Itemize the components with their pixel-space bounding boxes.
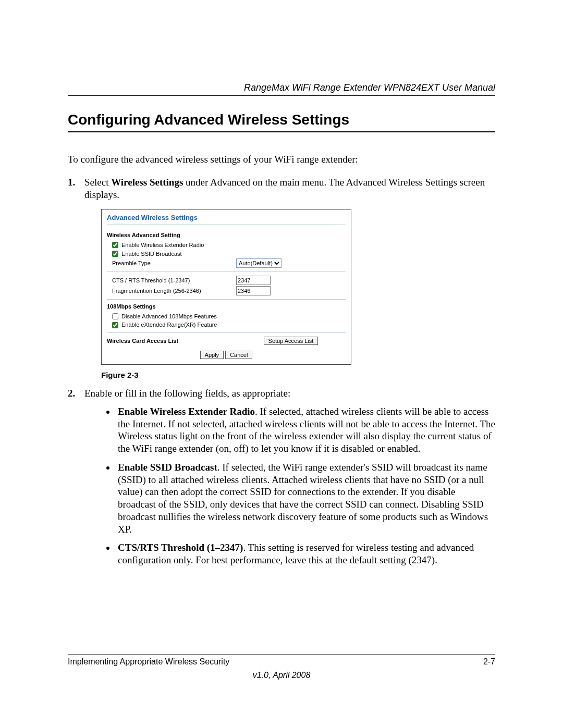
steps-list: Select Wireless Settings under Advanced … (68, 176, 495, 566)
step-2: Enable or fill in the following fields, … (68, 387, 495, 566)
frag-input[interactable] (236, 286, 271, 295)
step-2-text: Enable or fill in the following fields, … (84, 388, 290, 399)
cts-label: CTS / RTS Threshold (1-2347) (112, 277, 190, 284)
enable-radio-checkbox[interactable] (112, 242, 118, 248)
bullet-cts-rts: CTS/RTS Threshold (1–2347). This setting… (116, 541, 495, 566)
disable-108-label: Disable Advanced 108Mbps Features (121, 313, 217, 320)
step-1: Select Wireless Settings under Advanced … (68, 176, 495, 380)
subsection-advanced: Wireless Advanced Setting (107, 231, 346, 239)
bullet-1-bold: Enable Wireless Extender Radio (118, 406, 255, 417)
cts-input[interactable] (236, 276, 271, 285)
subsection-108: 108Mbps Settings (107, 303, 346, 310)
figure-caption: Figure 2-3 (101, 370, 495, 380)
cancel-button[interactable]: Cancel (225, 351, 252, 359)
intro-text: To configure the advanced wireless setti… (68, 153, 495, 166)
step-1-bold: Wireless Settings (111, 177, 183, 188)
footer-version: v1.0, April 2008 (68, 671, 495, 680)
enable-xr-label: Enable eXtended Range(XR) Feature (121, 321, 217, 328)
divider (107, 272, 346, 272)
bullet-list: Enable Wireless Extender Radio. If selec… (84, 405, 495, 566)
footer-chapter: Implementing Appropriate Wireless Securi… (68, 657, 229, 667)
divider (107, 332, 346, 333)
step-1-pre: Select (84, 177, 111, 188)
bullet-3-bold: CTS/RTS Threshold (1–2347) (118, 542, 243, 553)
frag-label: Fragmentention Length (256-2346) (112, 287, 201, 294)
preamble-label: Preamble Type (112, 260, 151, 267)
enable-ssid-checkbox[interactable] (112, 251, 118, 257)
enable-xr-checkbox[interactable] (112, 322, 118, 328)
bullet-enable-radio: Enable Wireless Extender Radio. If selec… (116, 405, 495, 455)
document-header: RangeMax WiFi Range Extender WPN824EXT U… (68, 82, 495, 96)
enable-ssid-label: Enable SSID Broadcast (121, 250, 182, 257)
subsection-cardlist: Wireless Card Access List (107, 337, 236, 344)
divider (107, 299, 346, 300)
advanced-wireless-panel: Advanced Wireless Settings Wireless Adva… (101, 209, 351, 365)
page-footer: Implementing Appropriate Wireless Securi… (68, 655, 495, 680)
apply-button[interactable]: Apply (200, 351, 224, 359)
disable-108-checkbox[interactable] (112, 313, 118, 319)
section-heading: Configuring Advanced Wireless Settings (68, 112, 495, 132)
enable-radio-label: Enable Wireless Extender Radio (121, 241, 204, 249)
preamble-select[interactable]: Auto(Default) (236, 258, 282, 268)
figure-screenshot: Advanced Wireless Settings Wireless Adva… (101, 209, 495, 365)
panel-title: Advanced Wireless Settings (107, 214, 346, 225)
footer-page-number: 2-7 (483, 657, 495, 667)
bullet-enable-ssid: Enable SSID Broadcast. If selected, the … (116, 461, 495, 536)
setup-access-list-button[interactable]: Setup Access List (264, 337, 319, 345)
bullet-2-bold: Enable SSID Broadcast (118, 462, 217, 473)
